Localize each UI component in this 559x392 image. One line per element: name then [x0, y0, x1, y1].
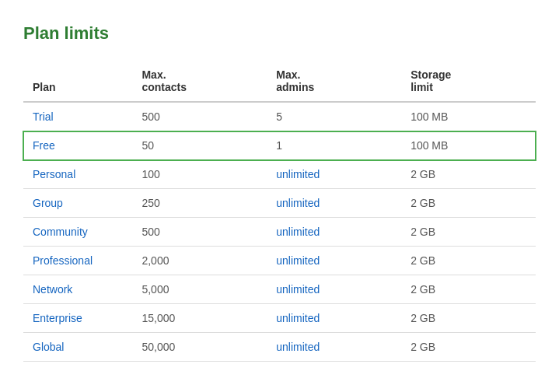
table-row: Trial5005100 MB	[23, 102, 536, 131]
cell-contacts: 100	[132, 160, 267, 189]
cell-contacts: 250	[132, 189, 267, 218]
cell-contacts: 15,000	[132, 304, 267, 333]
cell-contacts: 50,000	[132, 333, 267, 362]
cell-plan[interactable]: Professional	[23, 247, 132, 275]
cell-plan[interactable]: Trial	[23, 102, 132, 131]
table-row: Professional2,000unlimited2 GB	[23, 247, 536, 275]
cell-contacts: 2,000	[132, 247, 267, 275]
table-row: Free501100 MB	[23, 131, 536, 160]
cell-storage: 2 GB	[401, 247, 536, 275]
cell-plan[interactable]: Personal	[23, 160, 132, 189]
cell-admins: unlimited	[267, 275, 401, 304]
cell-storage: 2 GB	[401, 304, 536, 333]
table-row: Network5,000unlimited2 GB	[23, 275, 536, 304]
col-header-plan: Plan	[23, 62, 132, 102]
col-header-storage: Storagelimit	[401, 62, 536, 102]
page-title: Plan limits	[23, 23, 536, 44]
cell-admins: unlimited	[267, 189, 401, 218]
table-row: Community500unlimited2 GB	[23, 218, 536, 247]
table-row: Group250unlimited2 GB	[23, 189, 536, 218]
cell-storage: 2 GB	[401, 333, 536, 362]
cell-plan[interactable]: Enterprise	[23, 304, 132, 333]
cell-storage: 2 GB	[401, 160, 536, 189]
cell-admins: 1	[267, 131, 401, 160]
cell-admins: unlimited	[267, 304, 401, 333]
cell-admins: 5	[267, 102, 401, 131]
cell-admins: unlimited	[267, 160, 401, 189]
cell-storage: 2 GB	[401, 275, 536, 304]
table-header-row: Plan Max.contacts Max.admins Storagelimi…	[23, 62, 536, 102]
cell-storage: 100 MB	[401, 131, 536, 160]
table-row: Personal100unlimited2 GB	[23, 160, 536, 189]
cell-plan[interactable]: Free	[23, 131, 132, 160]
table-row: Global50,000unlimited2 GB	[23, 333, 536, 362]
cell-plan[interactable]: Community	[23, 218, 132, 247]
cell-storage: 2 GB	[401, 218, 536, 247]
col-header-contacts: Max.contacts	[132, 62, 267, 102]
cell-admins: unlimited	[267, 247, 401, 275]
cell-plan[interactable]: Group	[23, 189, 132, 218]
cell-storage: 2 GB	[401, 189, 536, 218]
cell-plan[interactable]: Network	[23, 275, 132, 304]
plan-limits-table: Plan Max.contacts Max.admins Storagelimi…	[23, 62, 536, 362]
cell-contacts: 500	[132, 102, 267, 131]
cell-storage: 100 MB	[401, 102, 536, 131]
col-header-admins: Max.admins	[267, 62, 401, 102]
cell-contacts: 50	[132, 131, 267, 160]
cell-contacts: 500	[132, 218, 267, 247]
cell-plan[interactable]: Global	[23, 333, 132, 362]
cell-admins: unlimited	[267, 333, 401, 362]
cell-admins: unlimited	[267, 218, 401, 247]
cell-contacts: 5,000	[132, 275, 267, 304]
table-row: Enterprise15,000unlimited2 GB	[23, 304, 536, 333]
